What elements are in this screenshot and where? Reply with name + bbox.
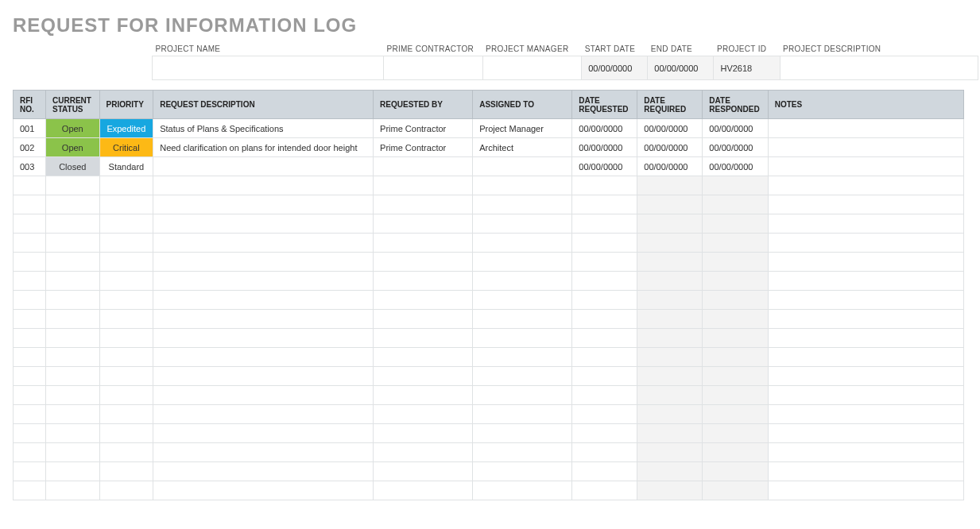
cell-notes[interactable] [768,253,963,272]
cell-description[interactable] [153,253,374,272]
cell-notes[interactable] [768,234,963,253]
cell-status[interactable] [46,176,100,195]
cell-date-required[interactable]: 00/00/0000 [637,138,703,157]
cell-priority[interactable] [99,195,153,214]
meta-project-manager-cell[interactable] [482,56,582,80]
cell-date-responded[interactable] [703,195,768,214]
cell-status[interactable] [46,367,100,386]
cell-date-responded[interactable]: 00/00/0000 [703,157,768,176]
cell-date-requested[interactable] [572,253,637,272]
cell-date-requested[interactable] [572,462,637,481]
cell-priority[interactable] [99,348,153,367]
cell-notes[interactable] [768,367,963,386]
cell-requested-by[interactable] [374,214,473,234]
cell-requested-by[interactable] [374,462,473,481]
cell-notes[interactable] [768,443,963,462]
cell-date-responded[interactable] [703,214,768,234]
meta-end-date-cell[interactable]: 00/00/0000 [648,56,714,80]
cell-date-responded[interactable] [703,443,768,462]
cell-date-requested[interactable] [572,481,637,500]
cell-requested-by[interactable] [374,481,473,500]
cell-rfi-no[interactable] [14,310,46,329]
cell-requested-by[interactable] [374,405,473,424]
cell-date-requested[interactable] [572,424,637,443]
cell-priority[interactable] [99,462,153,481]
cell-priority[interactable] [99,291,153,310]
cell-rfi-no[interactable] [14,386,46,405]
cell-rfi-no[interactable] [14,234,46,253]
cell-rfi-no[interactable] [14,176,46,195]
cell-date-requested[interactable] [572,234,637,253]
cell-date-requested[interactable] [572,367,637,386]
cell-assigned-to[interactable]: Project Manager [473,119,572,138]
cell-requested-by[interactable] [374,329,473,348]
cell-requested-by[interactable] [374,195,473,214]
cell-assigned-to[interactable] [473,253,572,272]
cell-date-responded[interactable] [703,272,768,291]
cell-description[interactable] [153,443,374,462]
cell-date-required[interactable] [637,329,703,348]
cell-notes[interactable] [768,214,963,234]
cell-assigned-to[interactable] [473,310,572,329]
cell-requested-by[interactable] [374,424,473,443]
cell-notes[interactable] [768,195,963,214]
cell-date-responded[interactable] [703,386,768,405]
cell-priority[interactable] [99,424,153,443]
cell-priority[interactable]: Critical [99,138,153,157]
cell-date-requested[interactable] [572,291,637,310]
cell-rfi-no[interactable] [14,329,46,348]
cell-date-requested[interactable] [572,214,637,234]
cell-status[interactable]: Closed [46,157,100,176]
cell-requested-by[interactable] [374,367,473,386]
cell-status[interactable] [46,386,100,405]
cell-description[interactable] [153,348,374,367]
cell-description[interactable] [153,481,374,500]
cell-assigned-to[interactable] [473,405,572,424]
cell-requested-by[interactable] [374,253,473,272]
cell-requested-by[interactable]: Prime Contractor [374,138,473,157]
cell-description[interactable]: Status of Plans & Specifications [153,119,374,138]
cell-priority[interactable] [99,176,153,195]
cell-notes[interactable] [768,119,963,138]
cell-assigned-to[interactable] [473,157,572,176]
cell-requested-by[interactable] [374,176,473,195]
cell-notes[interactable] [768,329,963,348]
cell-date-responded[interactable] [703,367,768,386]
cell-status[interactable] [46,253,100,272]
cell-priority[interactable] [99,405,153,424]
cell-date-responded[interactable] [703,253,768,272]
cell-priority[interactable]: Standard [99,157,153,176]
cell-priority[interactable] [99,214,153,234]
cell-description[interactable] [153,272,374,291]
cell-requested-by[interactable] [374,348,473,367]
cell-description[interactable] [153,291,374,310]
cell-notes[interactable] [768,176,963,195]
cell-priority[interactable] [99,310,153,329]
cell-date-required[interactable] [637,386,703,405]
cell-assigned-to[interactable] [473,443,572,462]
cell-date-required[interactable] [637,176,703,195]
cell-date-required[interactable]: 00/00/0000 [637,119,703,138]
cell-rfi-no[interactable] [14,443,46,462]
cell-rfi-no[interactable] [14,405,46,424]
cell-status[interactable] [46,272,100,291]
cell-notes[interactable] [768,405,963,424]
cell-status[interactable] [46,424,100,443]
cell-assigned-to[interactable] [473,195,572,214]
cell-notes[interactable] [768,310,963,329]
cell-status[interactable] [46,310,100,329]
cell-date-requested[interactable]: 00/00/0000 [572,138,637,157]
cell-assigned-to[interactable] [473,386,572,405]
cell-assigned-to[interactable] [473,481,572,500]
cell-date-responded[interactable] [703,329,768,348]
cell-requested-by[interactable]: Prime Contractor [374,119,473,138]
cell-date-responded[interactable] [703,481,768,500]
cell-date-requested[interactable]: 00/00/0000 [572,119,637,138]
cell-priority[interactable] [99,234,153,253]
cell-priority[interactable] [99,386,153,405]
cell-rfi-no[interactable]: 001 [14,119,46,138]
cell-requested-by[interactable] [374,291,473,310]
cell-description[interactable] [153,176,374,195]
cell-rfi-no[interactable] [14,462,46,481]
cell-date-required[interactable]: 00/00/0000 [637,157,703,176]
